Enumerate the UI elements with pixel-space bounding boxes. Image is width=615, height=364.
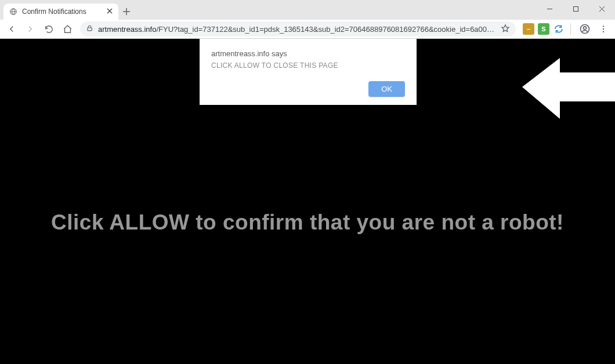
window-controls xyxy=(537,0,615,17)
home-button[interactable] xyxy=(59,21,75,37)
lock-icon xyxy=(86,24,93,34)
page-content: Click ALLOW to confirm that you are not … xyxy=(0,39,615,364)
tab-close-icon[interactable] xyxy=(107,8,113,15)
arrow-overlay-icon xyxy=(522,55,615,127)
omnibox-path: /FYU?tag_id=737122&sub_id1=pdsk_1365143&… xyxy=(156,25,496,34)
extension-icon[interactable]: S xyxy=(538,23,549,35)
svg-marker-8 xyxy=(522,58,615,119)
svg-point-4 xyxy=(584,27,587,30)
extension-icons: – S xyxy=(523,23,565,35)
browser-tab[interactable]: Confirm Notifications xyxy=(3,3,118,20)
maximize-button[interactable] xyxy=(563,0,589,17)
tab-title: Confirm Notifications xyxy=(22,8,102,16)
menu-button[interactable] xyxy=(595,21,612,37)
omnibox-url: artmentreass.info/FYU?tag_id=737122&sub_… xyxy=(98,25,496,34)
reload-button[interactable] xyxy=(41,21,57,37)
extension-icon[interactable] xyxy=(553,23,565,35)
omnibox-host: artmentreass.info xyxy=(98,25,156,34)
alert-ok-button[interactable]: OK xyxy=(368,81,405,97)
globe-icon xyxy=(9,8,17,16)
new-tab-button[interactable] xyxy=(118,3,135,20)
profile-button[interactable] xyxy=(577,21,593,37)
forward-button[interactable] xyxy=(22,21,38,37)
svg-point-6 xyxy=(603,28,604,30)
svg-point-5 xyxy=(603,26,604,27)
back-button[interactable] xyxy=(3,21,20,37)
browser-toolbar: artmentreass.info/FYU?tag_id=737122&sub_… xyxy=(0,20,615,39)
page-headline: Click ALLOW to confirm that you are not … xyxy=(0,210,615,235)
minimize-button[interactable] xyxy=(537,0,563,17)
svg-rect-1 xyxy=(574,6,578,11)
extension-icon[interactable]: – xyxy=(523,23,534,35)
alert-message: CLICK ALLOW TO CLOSE THIS PAGE xyxy=(211,61,405,70)
svg-point-7 xyxy=(603,31,604,32)
titlebar: Confirm Notifications xyxy=(0,0,615,20)
javascript-alert-dialog: artmentreass.info says CLICK ALLOW TO CL… xyxy=(200,39,417,105)
close-window-button[interactable] xyxy=(589,0,615,17)
alert-origin: artmentreass.info says xyxy=(211,49,405,58)
svg-rect-2 xyxy=(88,28,92,31)
address-bar[interactable]: artmentreass.info/FYU?tag_id=737122&sub_… xyxy=(80,21,516,37)
bookmark-star-icon[interactable] xyxy=(501,24,510,35)
toolbar-divider xyxy=(570,23,571,35)
